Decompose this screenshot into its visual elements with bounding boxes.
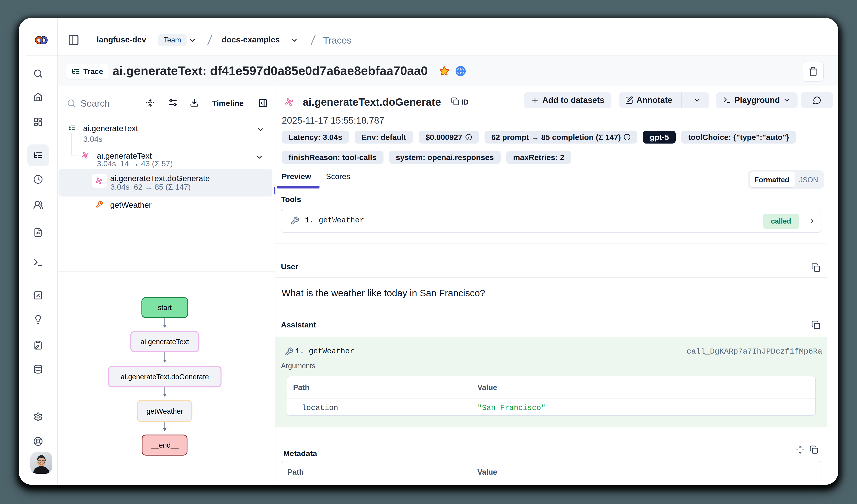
svg-text:ai.generateText: ai.generateText <box>140 338 189 346</box>
svg-text:__end__: __end__ <box>151 441 179 449</box>
svg-text:ai.generateText.doGenerate: ai.generateText.doGenerate <box>121 373 209 381</box>
svg-text:__start__: __start__ <box>150 303 180 312</box>
svg-text:getWeather: getWeather <box>147 407 183 415</box>
